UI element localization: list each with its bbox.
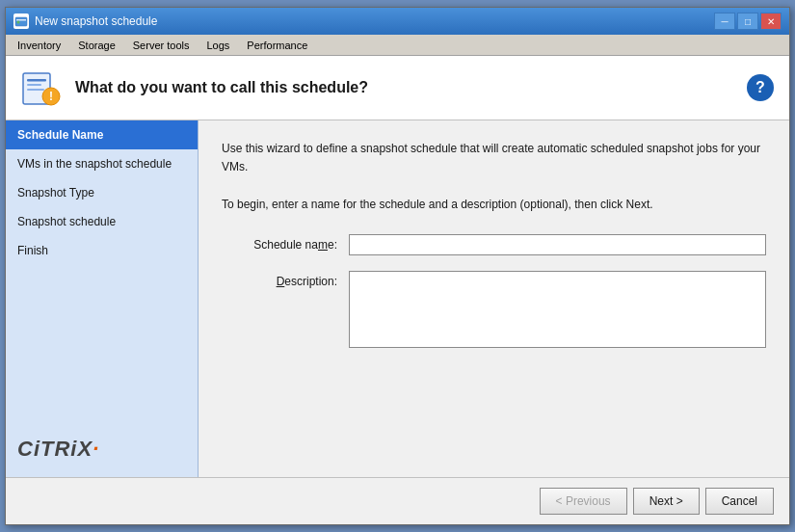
menu-inventory[interactable]: Inventory — [10, 38, 68, 53]
svg-rect-4 — [27, 79, 46, 82]
description-text-1: Use this wizard to define a snapshot sch… — [222, 140, 766, 176]
close-button[interactable]: ✕ — [760, 13, 782, 30]
menu-storage[interactable]: Storage — [70, 38, 123, 53]
previous-button[interactable]: < Previous — [540, 488, 627, 515]
schedule-name-input[interactable] — [349, 234, 766, 255]
main-window: New snapshot schedule ─ □ ✕ Inventory St… — [5, 7, 790, 525]
header-title: What do you want to call this schedule? — [75, 79, 733, 96]
svg-rect-1 — [16, 19, 26, 21]
sidebar-item-vms[interactable]: VMs in the snapshot schedule — [6, 149, 198, 178]
citrix-logo-text: CiTRiX — [17, 437, 93, 461]
window-title: New snapshot schedule — [35, 14, 708, 28]
citrix-logo: CiTRiX· — [17, 437, 186, 462]
description-textarea[interactable] — [349, 271, 766, 348]
help-button[interactable]: ? — [747, 74, 774, 101]
next-button[interactable]: Next > — [633, 488, 700, 515]
citrix-dot: · — [93, 437, 99, 461]
header-section: ! What do you want to call this schedule… — [6, 56, 789, 120]
title-bar: New snapshot schedule ─ □ ✕ — [6, 8, 789, 35]
svg-rect-6 — [27, 89, 44, 91]
schedule-name-label: Schedule name: — [222, 234, 337, 252]
window-controls: ─ □ ✕ — [714, 13, 782, 30]
cancel-button[interactable]: Cancel — [705, 488, 774, 515]
header-icon: ! — [21, 67, 62, 108]
sidebar-item-schedule-name[interactable]: Schedule Name — [6, 120, 198, 149]
maximize-button[interactable]: □ — [737, 13, 758, 30]
menu-server-tools[interactable]: Server tools — [125, 38, 198, 53]
sidebar-item-finish[interactable]: Finish — [6, 236, 198, 265]
description-group: Description: — [222, 271, 766, 348]
menu-performance[interactable]: Performance — [239, 38, 315, 53]
description-label: Description: — [222, 271, 337, 288]
window-icon — [13, 13, 29, 29]
footer: < Previous Next > Cancel — [6, 477, 789, 524]
citrix-logo-area: CiTRiX· — [6, 421, 198, 477]
description-text-2: To begin, enter a name for the schedule … — [222, 196, 766, 214]
minimize-button[interactable]: ─ — [714, 13, 735, 30]
svg-point-2 — [17, 21, 20, 24]
menu-bar: Inventory Storage Server tools Logs Perf… — [6, 35, 789, 56]
main-content-panel: Use this wizard to define a snapshot sch… — [199, 120, 789, 477]
schedule-name-group: Schedule name: — [222, 234, 766, 255]
menu-logs[interactable]: Logs — [199, 38, 237, 53]
content-area: Schedule Name VMs in the snapshot schedu… — [6, 120, 789, 477]
sidebar: Schedule Name VMs in the snapshot schedu… — [6, 120, 199, 477]
svg-text:!: ! — [49, 90, 53, 103]
sidebar-item-snapshot-type[interactable]: Snapshot Type — [6, 178, 198, 207]
sidebar-item-snapshot-schedule[interactable]: Snapshot schedule — [6, 207, 198, 236]
svg-rect-5 — [27, 84, 41, 86]
